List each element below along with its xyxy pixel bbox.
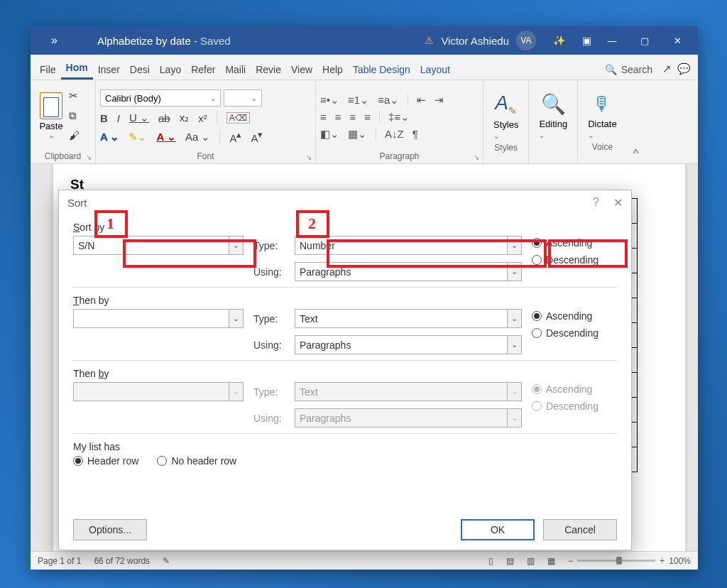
minimize-button[interactable]: —	[596, 26, 628, 55]
chevron-down-icon: ⌄	[229, 310, 243, 327]
sort-by-type-combo[interactable]: Number⌄	[295, 236, 522, 255]
tab-table-design[interactable]: Table Design	[348, 58, 415, 80]
view-web-icon[interactable]: ▦	[547, 556, 555, 566]
tab-design[interactable]: Desi	[125, 58, 155, 80]
borders-button[interactable]: ▦⌄	[348, 128, 367, 141]
tab-file[interactable]: File	[35, 58, 61, 80]
tab-view[interactable]: View	[286, 58, 317, 80]
then-by-1-using-combo[interactable]: Paragraphs⌄	[295, 335, 522, 354]
status-words[interactable]: 66 of 72 words	[94, 556, 150, 566]
coming-soon-icon[interactable]: ✨	[553, 35, 565, 46]
maximize-button[interactable]: ▢	[628, 26, 661, 55]
align-left-button[interactable]: ≡	[320, 111, 327, 123]
tab-review[interactable]: Revie	[251, 58, 286, 80]
line-spacing-button[interactable]: ‡≡⌄	[388, 111, 410, 124]
share-button[interactable]: ↗	[662, 62, 672, 75]
numbering-button[interactable]: ≡1⌄	[348, 94, 369, 107]
descending-radio-2[interactable]: Descending	[532, 327, 617, 339]
tab-mailings[interactable]: Maili	[220, 58, 251, 80]
editing-button[interactable]: Editing⌄	[539, 119, 567, 140]
quick-access-more-icon[interactable]: »	[35, 34, 76, 47]
strike-button[interactable]: ab	[158, 112, 170, 124]
search-box[interactable]: 🔍 Search	[598, 60, 660, 80]
align-center-button[interactable]: ≡	[335, 111, 341, 123]
close-button[interactable]: ✕	[661, 26, 694, 55]
zoom-value[interactable]: 100%	[669, 556, 691, 566]
text-effects-button[interactable]: A ⌄	[100, 131, 119, 143]
zoom-out-icon[interactable]: −	[568, 556, 573, 566]
tab-home[interactable]: Hom	[61, 56, 93, 80]
view-focus-icon[interactable]: ▯	[488, 556, 493, 566]
bold-button[interactable]: B	[100, 112, 108, 124]
dialog-close-icon[interactable]: ✕	[613, 196, 623, 209]
subscript-button[interactable]: x₂	[180, 111, 190, 124]
ascending-radio-3: Ascending	[532, 383, 617, 395]
zoom-in-icon[interactable]: +	[660, 556, 665, 566]
then-by-1-type-combo[interactable]: Text⌄	[295, 309, 522, 328]
multilevel-button[interactable]: ≡a⌄	[378, 94, 399, 107]
italic-button[interactable]: I	[117, 112, 120, 124]
paragraph-launcher-icon[interactable]: ↘	[474, 151, 479, 165]
microphone-icon[interactable]: 🎙	[592, 92, 612, 116]
ribbon-tabs: File Hom Inser Desi Layo Refer Maili Rev…	[31, 55, 698, 80]
clear-format-button[interactable]: A⌫	[226, 112, 250, 124]
styles-icon[interactable]: A✎	[495, 92, 517, 116]
sort-by-field-combo[interactable]: S/N⌄	[73, 236, 244, 255]
view-read-icon[interactable]: ▥	[527, 556, 535, 566]
options-button[interactable]: Options...	[73, 519, 147, 540]
ascending-radio-1[interactable]: Ascending	[532, 237, 617, 249]
zoom-slider[interactable]	[577, 560, 655, 562]
align-right-button[interactable]: ≡	[350, 111, 356, 123]
type-label: Type:	[253, 240, 290, 251]
styles-button[interactable]: Styles⌄	[493, 119, 518, 141]
ribbon-display-icon[interactable]: ▣	[582, 35, 591, 46]
font-size-combo[interactable]: ⌄	[224, 89, 262, 107]
tab-layout[interactable]: Layo	[155, 58, 186, 80]
paste-button[interactable]: Paste ⌄	[35, 92, 67, 139]
comments-button[interactable]: 💬	[677, 62, 691, 75]
change-case-button[interactable]: Aa ⌄	[185, 131, 211, 143]
increase-indent-button[interactable]: ⇥	[434, 94, 444, 107]
font-launcher-icon[interactable]: ↘	[306, 151, 312, 165]
format-painter-icon[interactable]: 🖌	[69, 129, 80, 141]
chevron-down-icon: ⌄	[507, 310, 521, 327]
then-by-1-field-combo[interactable]: ⌄	[73, 309, 244, 328]
ascending-radio-2[interactable]: Ascending	[532, 310, 617, 322]
cancel-button[interactable]: Cancel	[543, 519, 617, 540]
header-row-radio[interactable]: Header row	[73, 455, 138, 467]
clipboard-launcher-icon[interactable]: ↘	[86, 151, 92, 165]
tab-help[interactable]: Help	[317, 58, 348, 80]
justify-button[interactable]: ≡	[364, 111, 371, 123]
decrease-indent-button[interactable]: ⇤	[417, 94, 426, 107]
collapse-ribbon-icon[interactable]: ^	[627, 80, 645, 163]
cut-icon[interactable]: ✂	[69, 89, 80, 102]
tab-table-layout[interactable]: Layout	[415, 58, 455, 80]
shading-button[interactable]: ◧⌄	[320, 128, 339, 141]
view-print-icon[interactable]: ▤	[506, 556, 514, 566]
zoom-control[interactable]: − + 100%	[568, 556, 691, 566]
tab-references[interactable]: Refer	[186, 58, 220, 80]
no-header-row-radio[interactable]: No header row	[157, 455, 236, 467]
status-proofing-icon[interactable]: ✎	[163, 556, 170, 566]
find-icon[interactable]: 🔍	[541, 92, 566, 116]
tab-insert[interactable]: Inser	[93, 58, 125, 80]
shrink-font-button[interactable]: A▾	[251, 129, 263, 144]
ok-button[interactable]: OK	[461, 519, 535, 540]
superscript-button[interactable]: x²	[198, 112, 207, 124]
sort-by-using-combo[interactable]: Paragraphs⌄	[295, 262, 522, 281]
account-area[interactable]: ⚠ Victor Ashiedu VA	[425, 31, 536, 50]
status-page[interactable]: Page 1 of 1	[38, 556, 81, 566]
font-name-combo[interactable]: Calibri (Body)⌄	[100, 89, 221, 107]
highlight-button[interactable]: ✎⌄	[129, 131, 147, 143]
group-styles: A✎ Styles⌄ Styles	[483, 80, 529, 163]
copy-icon[interactable]: ⧉	[69, 109, 80, 122]
bullets-button[interactable]: ≡•⌄	[320, 94, 339, 107]
descending-radio-1[interactable]: Descending	[532, 254, 617, 266]
underline-button[interactable]: U ⌄	[129, 111, 149, 124]
sort-button[interactable]: A↓Z	[385, 128, 404, 140]
show-marks-button[interactable]: ¶	[412, 128, 418, 140]
dialog-help-icon[interactable]: ?	[593, 195, 599, 209]
font-color-button[interactable]: A ⌄	[156, 131, 175, 143]
dictate-button[interactable]: Dictate⌄	[588, 119, 616, 140]
grow-font-button[interactable]: A▴	[229, 129, 241, 144]
